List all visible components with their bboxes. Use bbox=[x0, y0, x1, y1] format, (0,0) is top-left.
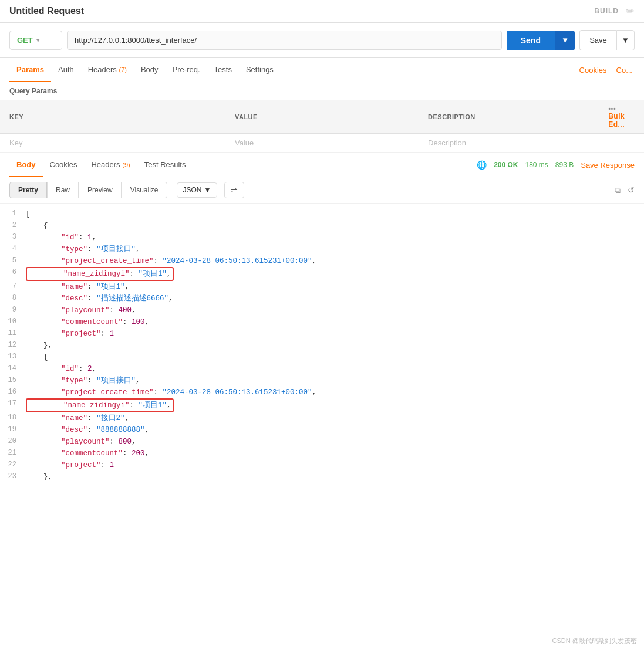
send-button[interactable]: Send bbox=[507, 31, 555, 50]
response-tabs-row: Body Cookies Headers (9) Test Results 🌐 … bbox=[0, 153, 644, 177]
save-dropdown-button[interactable]: ▼ bbox=[616, 30, 635, 50]
format-chevron-icon: ▼ bbox=[204, 186, 211, 194]
key-placeholder: Key bbox=[9, 138, 22, 147]
response-section: Body Cookies Headers (9) Test Results 🌐 … bbox=[0, 153, 644, 488]
tab-params[interactable]: Params bbox=[9, 58, 51, 82]
params-table: KEY VALUE DESCRIPTION ••• Bulk Ed... Key… bbox=[0, 100, 644, 153]
url-bar: GET ▼ Send ▼ Save ▼ bbox=[0, 23, 644, 58]
tab-settings[interactable]: Settings bbox=[239, 58, 281, 82]
json-line: 23 }, bbox=[0, 471, 644, 483]
json-line: 5 "project_create_time": "2024-03-28 06:… bbox=[0, 255, 644, 267]
status-code: 200 OK bbox=[494, 161, 518, 169]
edit-icon[interactable]: ✏ bbox=[626, 5, 635, 18]
view-raw[interactable]: Raw bbox=[47, 182, 79, 198]
format-value: JSON bbox=[183, 186, 202, 194]
save-response-button[interactable]: Save Response bbox=[581, 161, 635, 170]
tab-body[interactable]: Body bbox=[134, 58, 166, 82]
tab-auth[interactable]: Auth bbox=[51, 58, 81, 82]
request-tabs: Params Auth Headers (7) Body Pre-req. Te… bbox=[0, 58, 644, 82]
save-button-group: Save ▼ bbox=[579, 30, 635, 50]
clear-button[interactable]: ↺ bbox=[628, 185, 635, 195]
json-line: 1[ bbox=[0, 208, 644, 220]
json-line: 17 "name_zidingyi": "项目1", bbox=[0, 398, 644, 412]
view-preview[interactable]: Preview bbox=[79, 182, 122, 198]
json-line: 22 "project": 1 bbox=[0, 459, 644, 471]
json-line: 9 "playcount": 400, bbox=[0, 304, 644, 316]
json-line: 4 "type": "项目接口", bbox=[0, 243, 644, 255]
response-time: 180 ms bbox=[525, 161, 548, 169]
json-line: 12 }, bbox=[0, 340, 644, 351]
tab-response-body[interactable]: Body bbox=[9, 153, 43, 177]
tab-tests[interactable]: Tests bbox=[207, 58, 239, 82]
build-label: BUILD bbox=[594, 7, 619, 15]
bulk-edit-button[interactable]: Bulk Ed... bbox=[608, 112, 625, 128]
tab-response-headers[interactable]: Headers (9) bbox=[84, 153, 137, 177]
json-line: 18 "name": "接口2", bbox=[0, 412, 644, 424]
json-line: 14 "id": 2, bbox=[0, 363, 644, 375]
tab-test-results[interactable]: Test Results bbox=[137, 153, 193, 177]
header: Untitled Request BUILD ✏ bbox=[0, 0, 644, 23]
view-pretty[interactable]: Pretty bbox=[9, 182, 47, 198]
cookies-link[interactable]: Cookies bbox=[577, 59, 609, 82]
col-header-key: KEY bbox=[0, 100, 225, 134]
table-row: Key Value Description bbox=[0, 134, 644, 153]
header-actions: BUILD ✏ bbox=[594, 5, 635, 18]
tab-headers[interactable]: Headers (7) bbox=[81, 58, 134, 82]
json-line: 10 "commentcount": 100, bbox=[0, 316, 644, 328]
query-params-label: Query Params bbox=[0, 82, 644, 100]
format-dropdown[interactable]: JSON ▼ bbox=[177, 182, 218, 198]
json-line: 16 "project_create_time": "2024-03-28 06… bbox=[0, 387, 644, 398]
view-visualize[interactable]: Visualize bbox=[122, 182, 167, 198]
save-button[interactable]: Save bbox=[579, 30, 616, 50]
json-line: 3 "id": 1, bbox=[0, 232, 644, 243]
co-link[interactable]: Co... bbox=[614, 59, 635, 82]
response-right: 🌐 200 OK 180 ms 893 B Save Response bbox=[477, 160, 635, 170]
desc-placeholder: Description bbox=[428, 138, 466, 147]
tab-response-cookies[interactable]: Cookies bbox=[43, 153, 85, 177]
json-line: 13 { bbox=[0, 351, 644, 363]
send-button-group: Send ▼ bbox=[507, 31, 575, 50]
send-dropdown-button[interactable]: ▼ bbox=[555, 31, 575, 50]
json-line: 6 "name_zidingyi": "项目1", bbox=[0, 267, 644, 281]
json-line: 8 "desc": "描述描述描述6666", bbox=[0, 293, 644, 304]
page-title: Untitled Request bbox=[9, 6, 84, 16]
copy-button[interactable]: ⧉ bbox=[615, 185, 621, 195]
col-header-value: VALUE bbox=[225, 100, 419, 134]
col-header-actions: ••• Bulk Ed... bbox=[599, 100, 644, 134]
wrap-button[interactable]: ⇌ bbox=[224, 182, 244, 198]
method-dropdown[interactable]: GET ▼ bbox=[9, 31, 62, 50]
tab-prereq[interactable]: Pre-req. bbox=[166, 58, 207, 82]
globe-icon: 🌐 bbox=[477, 160, 487, 170]
body-controls: Pretty Raw Preview Visualize JSON ▼ ⇌ ⧉ … bbox=[0, 177, 644, 204]
url-input[interactable] bbox=[67, 31, 502, 50]
value-placeholder: Value bbox=[235, 138, 254, 147]
json-line: 19 "desc": "888888888", bbox=[0, 424, 644, 436]
method-value: GET bbox=[17, 36, 33, 45]
json-line: 7 "name": "项目1", bbox=[0, 281, 644, 293]
json-line: 11 "project": 1 bbox=[0, 328, 644, 340]
method-chevron-icon: ▼ bbox=[35, 37, 41, 43]
col-header-desc: DESCRIPTION bbox=[419, 100, 599, 134]
json-line: 21 "commentcount": 200, bbox=[0, 448, 644, 459]
json-line: 20 "playcount": 800, bbox=[0, 436, 644, 448]
json-line: 15 "type": "项目接口", bbox=[0, 375, 644, 387]
view-tab-group: Pretty Raw Preview Visualize bbox=[9, 182, 167, 198]
json-line: 2 { bbox=[0, 220, 644, 232]
response-size: 893 B bbox=[555, 161, 574, 169]
tabs-right: Cookies Co... bbox=[577, 59, 635, 82]
more-icon[interactable]: ••• bbox=[608, 105, 616, 112]
json-viewer: 1[2 {3 "id": 1,4 "type": "项目接口",5 "proje… bbox=[0, 204, 644, 488]
